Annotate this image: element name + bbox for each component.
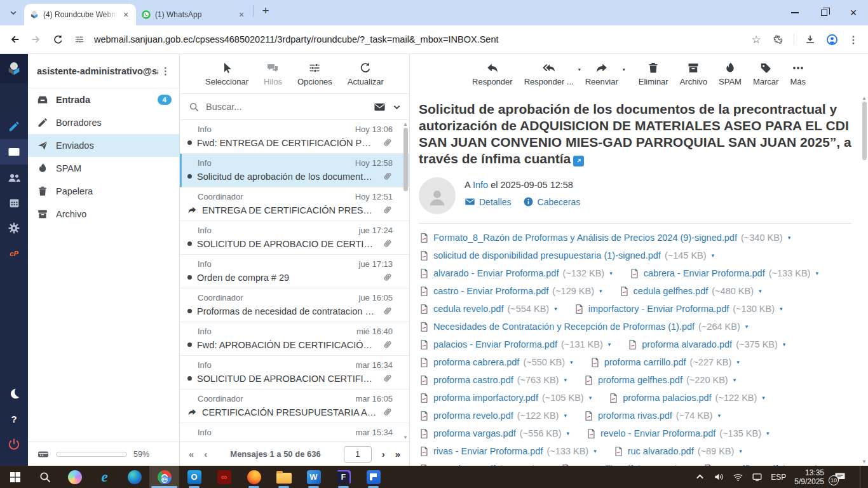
- taskbar-search-button[interactable]: [30, 466, 60, 488]
- tab-search-button[interactable]: [5, 4, 22, 21]
- cpanel-button[interactable]: cP: [0, 241, 28, 266]
- reader-scrollbar[interactable]: ▲ ▼: [860, 94, 868, 466]
- tab-roundcube[interactable]: (4) Roundcube Webmail :: Envia ×: [24, 4, 136, 25]
- details-toggle[interactable]: Detalles: [465, 196, 512, 207]
- taskbar-word-button[interactable]: W: [299, 466, 329, 488]
- folder-item-borradores[interactable]: Borradores: [28, 111, 179, 134]
- wifi-icon[interactable]: [733, 471, 743, 482]
- attachment[interactable]: proforma cabrera.pdf(~550 KB)▾: [419, 356, 573, 369]
- search-scope-mail-icon[interactable]: [374, 101, 386, 113]
- reload-icon[interactable]: [47, 29, 69, 50]
- attachment-menu-caret-icon[interactable]: ▾: [564, 412, 567, 419]
- message-row[interactable]: InfoHoy 12:58Solicitud de aprobación de …: [180, 154, 409, 187]
- first-page-icon[interactable]: «: [189, 449, 194, 459]
- profile-icon[interactable]: [821, 29, 843, 50]
- taskbar-firefox-button[interactable]: [239, 466, 269, 488]
- keyboard-language[interactable]: ESP: [771, 473, 786, 482]
- taskbar-f-app-button[interactable]: F: [329, 466, 358, 488]
- list-seleccionar-button[interactable]: Seleccionar: [205, 62, 248, 86]
- attachment-name[interactable]: ruc alvarado.pdf: [628, 446, 694, 456]
- attachment-name[interactable]: proforma gelfhes.pdf: [598, 375, 682, 385]
- message-row[interactable]: Infomié 16:40Fwd: APROBACIÓN DE CERTIFIC…: [180, 322, 409, 356]
- notifications-button[interactable]: 10: [834, 471, 846, 484]
- attachment-menu-caret-icon[interactable]: ▾: [736, 359, 740, 365]
- prev-page-icon[interactable]: ‹: [204, 449, 207, 459]
- page-input[interactable]: [344, 446, 372, 463]
- attachment[interactable]: solicitud de disponibilidad presupuestar…: [419, 250, 714, 262]
- list-actualizar-button[interactable]: Actualizar: [348, 62, 384, 86]
- list-scrollbar[interactable]: ▲ ▼: [402, 120, 409, 442]
- attachment[interactable]: cedula revelo.pdf(~554 KB)▾: [419, 303, 557, 315]
- attachment[interactable]: rivas - Enviar Proforma.pdf(~133 KB)▾: [419, 445, 597, 458]
- cast-icon[interactable]: [752, 471, 763, 482]
- attachment-menu-caret-icon[interactable]: ▾: [593, 448, 597, 454]
- folder-item-entrada[interactable]: Entrada4: [28, 88, 179, 111]
- attachment-name[interactable]: ruc carrillo.pdf: [575, 464, 633, 466]
- attachment-menu-caret-icon[interactable]: ▾: [745, 323, 749, 330]
- last-page-icon[interactable]: »: [395, 449, 400, 459]
- attachment-menu-caret-icon[interactable]: ▾: [783, 341, 786, 348]
- rail-contacts-button[interactable]: [0, 165, 28, 190]
- attachment-name[interactable]: cedula revelo.pdf: [433, 304, 503, 314]
- search-options-chevron-icon[interactable]: [392, 102, 402, 112]
- tray-overflow-icon[interactable]: [695, 471, 705, 482]
- forward-icon[interactable]: [25, 29, 47, 50]
- attachment[interactable]: revelo - Enviar Proforma.pdf(~135 KB)▾: [586, 428, 770, 440]
- attachment[interactable]: Formato_8_Razón de Proformas y Análisis …: [419, 232, 790, 244]
- attachment-name[interactable]: alvarado - Enviar Proforma.pdf: [433, 268, 559, 278]
- attachment-menu-caret-icon[interactable]: ▾: [780, 306, 783, 312]
- reader-spam-button[interactable]: SPAM: [719, 62, 742, 86]
- message-row[interactable]: InfoHoy 13:06Fwd: ENTREGA DE CERTIFICACI…: [180, 120, 409, 154]
- attachment-menu-caret-icon[interactable]: ▾: [564, 377, 567, 383]
- attachment[interactable]: proforma gelfhes.pdf(~220 KB)▾: [583, 374, 736, 386]
- taskbar-explorer-button[interactable]: [269, 466, 299, 488]
- folder-item-papelera[interactable]: Papelera: [28, 180, 179, 203]
- window-restore-button[interactable]: [810, 0, 839, 25]
- attachment[interactable]: proforma rivas.pdf(~74 KB)▾: [583, 410, 721, 422]
- logout-button[interactable]: [0, 431, 28, 457]
- message-row[interactable]: Coordinadorjue 16:05Proformas de necesid…: [180, 288, 409, 322]
- taskbar-chrome-button[interactable]: [149, 466, 179, 488]
- attachment-menu-caret-icon[interactable]: ▾: [712, 252, 715, 259]
- attachment[interactable]: cabrera - Enviar Proforma.pdf(~133 KB)▾: [629, 268, 818, 280]
- taskbar-start-button[interactable]: [0, 466, 30, 488]
- attachment-name[interactable]: ruc gelfhes.pdf: [717, 464, 778, 466]
- show-desktop-button[interactable]: [860, 466, 863, 488]
- bookmark-star-icon[interactable]: ☆: [745, 29, 767, 50]
- recipient-link[interactable]: Info: [473, 180, 488, 190]
- attachment-name[interactable]: imporfactory - Enviar Proforma.pdf: [588, 304, 729, 314]
- dropdown-caret-icon[interactable]: ▾: [623, 67, 625, 72]
- taskbar-flag-app-button[interactable]: [358, 466, 388, 488]
- attachment-menu-caret-icon[interactable]: ▾: [733, 377, 736, 383]
- attachment-menu-caret-icon[interactable]: ▾: [554, 306, 557, 312]
- reader-responder-button[interactable]: ▾Responder ...: [524, 62, 574, 86]
- reader-archivo-button[interactable]: Archivo: [680, 62, 707, 86]
- message-row[interactable]: Coordinadormar 16:05CERTIFICACIÓN PRESUP…: [180, 390, 409, 423]
- attachment-name[interactable]: Formato_8_Razón de Proformas y Análisis …: [433, 233, 737, 243]
- tab-close-icon[interactable]: ×: [236, 10, 247, 20]
- help-button[interactable]: ?: [0, 406, 28, 431]
- folder-item-spam[interactable]: SPAM: [28, 157, 179, 180]
- attachment[interactable]: proforma alvarado.pdf(~375 KB)▾: [627, 339, 785, 351]
- message-row[interactable]: Infomar 15:34: [180, 423, 409, 442]
- attachment-name[interactable]: proforma cabrera.pdf: [433, 357, 519, 367]
- attachment-name[interactable]: palacios - Enviar Proforma.pdf: [433, 339, 557, 349]
- attachment-name[interactable]: castro - Enviar Proforma.pdf: [433, 286, 548, 296]
- attachment-name[interactable]: proforma imporfactory.pdf: [433, 393, 538, 403]
- rail-mail-button[interactable]: [0, 139, 28, 165]
- rail-calendar-button[interactable]: [0, 190, 28, 215]
- tab-whatsapp[interactable]: (1) WhatsApp ×: [136, 4, 252, 25]
- attachment-menu-caret-icon[interactable]: ▾: [815, 270, 818, 276]
- taskbar-ie-button[interactable]: e: [90, 466, 119, 488]
- reader-m-s-button[interactable]: Más: [790, 62, 806, 86]
- window-close-button[interactable]: ×: [839, 0, 868, 25]
- folder-item-archivo[interactable]: Archivo: [28, 203, 179, 226]
- attachment-name[interactable]: proforma alvarado.pdf: [642, 339, 732, 349]
- window-minimize-button[interactable]: [780, 0, 810, 25]
- attachment[interactable]: proforma revelo.pdf(~122 KB)▾: [419, 410, 567, 422]
- attachment[interactable]: ruc carrillo.pdf(~176 KB)▾: [560, 463, 686, 466]
- attachment-menu-caret-icon[interactable]: ▾: [759, 288, 762, 294]
- attachment-name[interactable]: proforma palacios.pdf: [623, 393, 711, 403]
- headers-toggle[interactable]: Cabeceras: [523, 196, 581, 207]
- attachment[interactable]: proforma carrillo.pdf(~227 KB)▾: [590, 356, 740, 369]
